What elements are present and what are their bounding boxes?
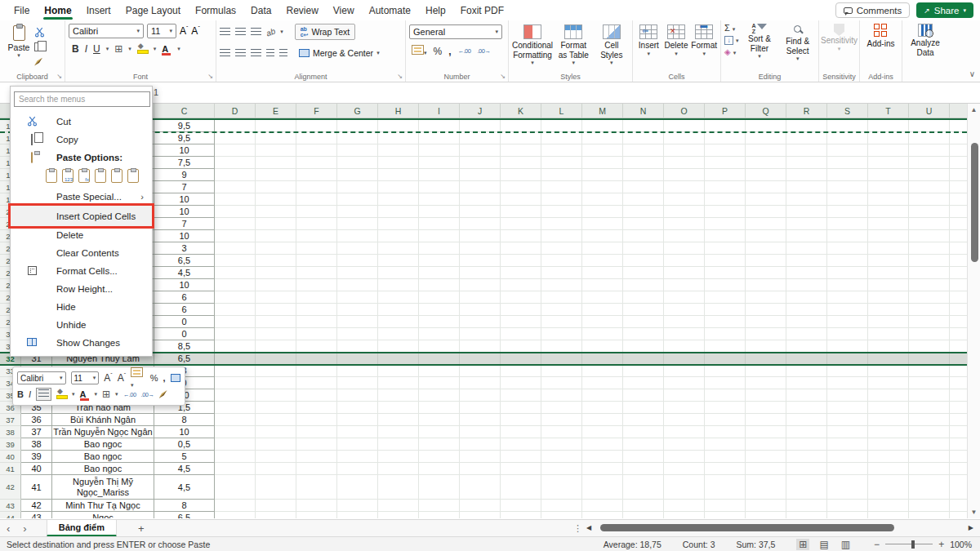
column-header-G[interactable]: G <box>337 104 378 118</box>
alignment-dialog-launcher[interactable]: ↘ <box>397 73 403 80</box>
cells-empty-row-33[interactable] <box>215 365 967 377</box>
mini-decrease-decimal-button[interactable]: .00→ <box>141 391 154 398</box>
cell-C32[interactable]: 6,5 <box>154 353 215 365</box>
cells-empty-row-29[interactable] <box>215 316 967 328</box>
row-header-41[interactable]: 41 <box>0 463 21 475</box>
ribbon-tab-file[interactable]: File <box>7 0 37 20</box>
cells-empty-row-27[interactable] <box>215 291 967 304</box>
italic-button[interactable]: I <box>85 43 87 55</box>
underline-button[interactable]: U <box>93 43 100 55</box>
cell-C18[interactable]: 7 <box>154 181 215 193</box>
paste-link-icon[interactable] <box>127 169 139 183</box>
cells-empty-row-18[interactable] <box>215 181 967 193</box>
cell-styles-button[interactable]: Cell Styles▾ <box>595 24 629 71</box>
menu-item-hide[interactable]: Hide <box>11 298 152 316</box>
number-dialog-launcher[interactable]: ↘ <box>500 73 506 80</box>
ribbon-tab-automate[interactable]: Automate <box>362 0 418 20</box>
column-header-P[interactable]: P <box>705 104 746 118</box>
cells-empty-row-42[interactable] <box>215 475 967 500</box>
column-header-D[interactable]: D <box>215 104 256 118</box>
mini-comma-button[interactable]: , <box>163 373 165 383</box>
column-header-L[interactable]: L <box>541 104 582 118</box>
mini-shrink-font-button[interactable]: Aˇ <box>118 372 126 384</box>
cell-C28[interactable]: 6 <box>154 304 215 316</box>
analyze-data-button[interactable]: Analyze Data <box>906 24 945 57</box>
merge-center-button[interactable]: Merge & Center ▾ <box>299 45 380 61</box>
delete-cells-button[interactable]: ✕ Delete▾ <box>664 24 689 71</box>
cells-empty-row-39[interactable] <box>215 438 967 451</box>
cells-empty-row-24[interactable] <box>215 255 967 267</box>
paste-button[interactable]: Paste ▾ <box>3 24 34 71</box>
align-center-icon[interactable] <box>235 49 246 57</box>
menu-item-format-cells[interactable]: Format Cells... <box>11 262 152 280</box>
cells-empty-row-40[interactable] <box>215 451 967 463</box>
horizontal-scroll-thumb[interactable] <box>600 524 894 531</box>
align-top-icon[interactable] <box>220 28 230 36</box>
ribbon-tab-help[interactable]: Help <box>418 0 453 20</box>
cells-empty-row-41[interactable] <box>215 463 967 475</box>
autosum-button[interactable]: Σ ▾ <box>724 23 739 33</box>
column-header-O[interactable]: O <box>664 104 705 118</box>
increase-indent-icon[interactable] <box>279 49 287 57</box>
font-dialog-launcher[interactable]: ↘ <box>207 73 213 80</box>
more-options-icon[interactable]: ⋮ <box>573 523 582 534</box>
mini-borders-button[interactable]: ⊞ <box>102 389 110 400</box>
column-header-U[interactable]: U <box>909 104 950 118</box>
cell-C40[interactable]: 5 <box>154 451 215 463</box>
scroll-left-icon[interactable]: ◀ <box>586 524 591 531</box>
zoom-out-button[interactable]: − <box>874 539 880 550</box>
cell-C16[interactable]: 7,5 <box>154 157 215 169</box>
decrease-indent-icon[interactable] <box>266 49 274 57</box>
cells-empty-row-34[interactable] <box>215 377 967 389</box>
column-header-M[interactable]: M <box>582 104 623 118</box>
vertical-scroll-thumb[interactable] <box>971 143 978 262</box>
cell-C27[interactable]: 6 <box>154 291 215 304</box>
conditional-formatting-button[interactable]: Conditional Formatting▾ <box>512 24 553 71</box>
cell-C38[interactable]: 10 <box>154 426 215 438</box>
zoom-slider-thumb[interactable] <box>911 540 915 549</box>
cells-empty-row-30[interactable] <box>215 328 967 340</box>
clear-button[interactable]: ◈ ▾ <box>724 47 739 56</box>
cells-empty-row-28[interactable] <box>215 304 967 316</box>
menu-item-insert-copied-cells[interactable]: Insert Copied Cells <box>11 206 152 226</box>
menu-item-clear-contents[interactable]: Clear Contents <box>11 244 152 262</box>
column-header-F[interactable]: F <box>296 104 337 118</box>
normal-view-icon[interactable]: ⊞ <box>796 539 809 550</box>
share-button[interactable]: ↗ Share ▾ <box>916 2 973 18</box>
zoom-slider[interactable] <box>885 544 933 545</box>
cell-C25[interactable]: 4,5 <box>154 267 215 279</box>
wrap-text-button[interactable]: abc↩ Wrap Text <box>295 24 356 40</box>
ribbon-tab-page-layout[interactable]: Page Layout <box>118 0 188 20</box>
column-header-I[interactable]: I <box>419 104 460 118</box>
cells-empty-row-20[interactable] <box>215 206 967 218</box>
row-header-44[interactable]: 44 <box>0 512 21 518</box>
mini-accounting-button[interactable]: ▾ <box>131 367 145 389</box>
cells-empty-row-23[interactable] <box>215 242 967 255</box>
decrease-decimal-button[interactable]: .00→ <box>477 47 490 55</box>
mini-percent-button[interactable]: % <box>150 373 158 383</box>
cell-B38[interactable]: Trần Nguyễn Ngọc Ngân <box>52 426 154 438</box>
cell-C44[interactable]: 6,5 <box>154 512 215 518</box>
find-select-button[interactable]: Find & Select▾ <box>780 23 815 71</box>
format-painter-button[interactable] <box>34 56 47 68</box>
cell-C29[interactable]: 0 <box>154 316 215 328</box>
menu-item-delete[interactable]: Delete <box>11 226 152 244</box>
column-header-N[interactable]: N <box>623 104 664 118</box>
grow-font-button[interactable]: Aˆ <box>180 25 188 37</box>
column-header-T[interactable]: T <box>868 104 909 118</box>
align-bottom-icon[interactable] <box>251 28 261 36</box>
copy-button[interactable]: ▾ <box>34 41 47 53</box>
mini-merge-center-icon[interactable] <box>171 374 181 382</box>
scroll-up-icon[interactable]: ▲ <box>968 106 980 113</box>
align-middle-icon[interactable] <box>235 28 246 36</box>
column-header-S[interactable]: S <box>827 104 868 118</box>
mini-align-center-button[interactable] <box>36 388 51 401</box>
comments-button[interactable]: Comments <box>835 2 911 18</box>
font-color-button[interactable]: A <box>162 44 172 54</box>
cell-B37[interactable]: Bùi Khánh Ngân <box>52 414 154 426</box>
cells-empty-row-17[interactable] <box>215 169 967 181</box>
font-size-combo[interactable]: 11▾ <box>147 24 176 38</box>
zoom-in-button[interactable]: + <box>938 539 944 550</box>
cells-empty-row-37[interactable] <box>215 414 967 426</box>
cell-C23[interactable]: 3 <box>154 242 215 255</box>
